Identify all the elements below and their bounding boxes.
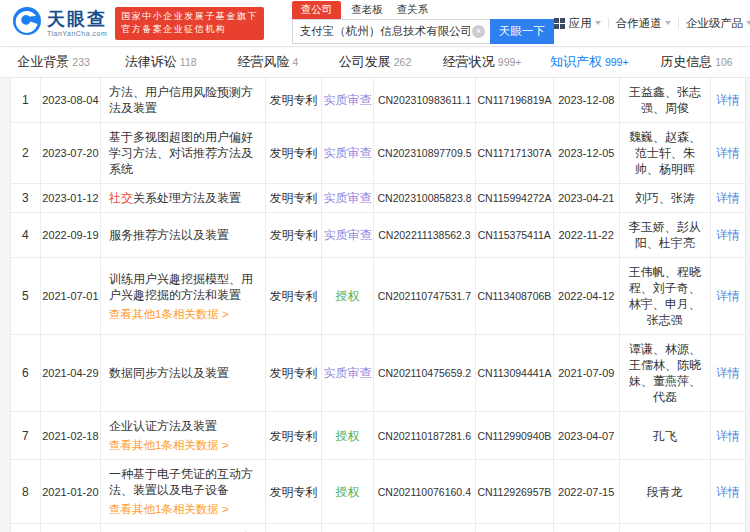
status-text: 实质审查 xyxy=(322,524,374,532)
row-index: 8 xyxy=(11,460,41,523)
nav-tab-count: 999+ xyxy=(605,56,629,68)
table-row: 9 2021-01-20 一种基于电子凭证的互动方法、装置以及电子设备 发明专利… xyxy=(11,524,745,532)
publication-number: CN115375411A xyxy=(476,213,554,257)
row-index: 2 xyxy=(11,123,41,183)
patent-table: 1 2023-08-04 方法、用户信用风险预测方法及装置 发明专利 实质审查 … xyxy=(10,78,746,532)
detail-link[interactable]: 详情 xyxy=(716,288,740,304)
menu-cooperation[interactable]: 合作通道 xyxy=(616,16,671,31)
patent-name-text: 基于多视图超图的用户偏好学习方法、对话推荐方法及系统 xyxy=(109,130,253,176)
nav-tab[interactable]: 知识产权999+ xyxy=(536,53,643,71)
official-credit-badge: 国家中小企业发展子基金旗下 官方备案企业征信机构 xyxy=(115,7,264,40)
patent-name-text: 服务推荐方法以及装置 xyxy=(109,228,229,242)
menu-apps[interactable]: 应用 xyxy=(554,16,601,31)
chevron-down-icon xyxy=(595,21,601,25)
nav-tab[interactable]: 公司发展262 xyxy=(321,53,428,71)
publication-date: 2021-07-09 xyxy=(554,335,620,411)
nav-tab-label: 公司发展 xyxy=(339,54,391,69)
detail-link[interactable]: 详情 xyxy=(716,484,740,500)
nav-tab-count: 106 xyxy=(715,56,733,68)
tianyancha-logo[interactable]: 天眼查 TianYanCha.com xyxy=(12,6,107,40)
nav-tab[interactable]: 经营风险4 xyxy=(214,53,321,71)
publication-date: 2022-11-22 xyxy=(554,213,620,257)
application-date: 2021-01-20 xyxy=(41,524,101,532)
related-data-link[interactable]: 查看其他1条相关数据 > xyxy=(109,437,229,453)
application-number: CN202310983611.1 xyxy=(374,78,476,122)
menu-enterprise-label: 企业级产品 xyxy=(686,16,744,31)
application-date: 2021-01-20 xyxy=(41,460,101,523)
table-row: 3 2023-01-12 社交关系处理方法及装置 发明专利 实质审查 CN202… xyxy=(11,184,745,213)
nav-tab-label: 法律诉讼 xyxy=(125,54,177,69)
nav-tab[interactable]: 企业背景233 xyxy=(0,53,107,71)
search-tab-relation[interactable]: 查关系 xyxy=(397,1,429,19)
status-text: 实质审查 xyxy=(322,184,374,212)
clear-search-icon[interactable]: × xyxy=(472,25,485,38)
patent-name-text: 关系处理方法及装置 xyxy=(133,191,241,205)
publication-date: 2022-04-12 xyxy=(554,258,620,334)
application-date: 2021-02-18 xyxy=(41,412,101,459)
menu-divider xyxy=(608,18,609,29)
row-index: 7 xyxy=(11,412,41,459)
nav-tab[interactable]: 历史信息106 xyxy=(643,53,750,71)
patent-name[interactable]: 服务推荐方法以及装置 xyxy=(109,227,229,243)
related-data-link[interactable]: 查看其他1条相关数据 > xyxy=(109,306,229,322)
patent-type: 发明专利 xyxy=(266,460,322,523)
detail-link[interactable]: 详情 xyxy=(716,145,740,161)
menu-apps-label: 应用 xyxy=(569,16,592,31)
status-text: 授权 xyxy=(322,412,374,459)
application-date: 2023-07-20 xyxy=(41,123,101,183)
patent-name[interactable]: 训练用户兴趣挖掘模型、用户兴趣挖掘的方法和装置 xyxy=(109,271,257,303)
patent-name[interactable]: 数据同步方法以及装置 xyxy=(109,365,229,381)
inventors: 谭谦、林源、王儒林、陈晓妹、董燕萍、代磊 xyxy=(620,335,712,411)
nav-tab[interactable]: 经营状况999+ xyxy=(429,53,536,71)
patent-type: 发明专利 xyxy=(266,184,322,212)
inventors: 李玉娇、彭从阳、杜宇亮 xyxy=(620,213,712,257)
status-text: 实质审查 xyxy=(322,123,374,183)
search-tab-boss[interactable]: 查老板 xyxy=(351,1,383,19)
patent-type: 发明专利 xyxy=(266,78,322,122)
search-button[interactable]: 天眼一下 xyxy=(490,19,554,44)
nav-tab-count: 4 xyxy=(292,56,298,68)
patent-name[interactable]: 一种基于电子凭证的互动方法、装置以及电子设备 xyxy=(109,466,257,498)
apps-grid-icon xyxy=(554,18,565,29)
logo-swirl-icon xyxy=(12,6,42,40)
logo-domain: TianYanCha.com xyxy=(47,30,107,37)
inventors: 王益鑫、张志强、周俊 xyxy=(620,78,712,122)
menu-enterprise-products[interactable]: 企业级产品 xyxy=(686,16,750,31)
search-block: 查公司 查老板 查关系 × 天眼一下 xyxy=(292,0,554,44)
publication-date: 2023-12-08 xyxy=(554,78,620,122)
inventors: 刘巧、张涛 xyxy=(620,184,712,212)
table-row: 6 2021-04-29 数据同步方法以及装置 发明专利 实质审查 CN2021… xyxy=(11,335,745,412)
nav-tab-count: 233 xyxy=(72,56,90,68)
status-text: 授权 xyxy=(322,258,374,334)
nav-tab-label: 历史信息 xyxy=(660,54,712,69)
patent-name[interactable]: 社交关系处理方法及装置 xyxy=(109,190,241,206)
detail-link[interactable]: 详情 xyxy=(716,428,740,444)
publication-date: 2023-04-21 xyxy=(554,184,620,212)
inventors: 魏巍、赵森、范士轩、朱帅、杨明晖 xyxy=(620,123,712,183)
detail-link[interactable]: 详情 xyxy=(716,92,740,108)
inventors: 段青龙 xyxy=(620,460,712,523)
inventors: 孔飞 xyxy=(620,412,712,459)
patent-name[interactable]: 企业认证方法及装置 xyxy=(109,418,217,434)
search-input[interactable] xyxy=(292,19,490,44)
related-data-link[interactable]: 查看其他1条相关数据 > xyxy=(109,501,229,517)
publication-number: CN113094441A xyxy=(476,335,554,411)
application-number: CN202211086093.5 xyxy=(374,524,476,532)
status-text: 实质审查 xyxy=(322,213,374,257)
search-tab-company[interactable]: 查公司 xyxy=(292,1,342,19)
detail-link[interactable]: 详情 xyxy=(716,227,740,243)
search-tabs: 查公司 查老板 查关系 xyxy=(292,2,554,19)
row-index: 9 xyxy=(11,524,41,532)
menu-cooperation-label: 合作通道 xyxy=(616,16,662,31)
patent-name[interactable]: 基于多视图超图的用户偏好学习方法、对话推荐方法及系统 xyxy=(109,129,257,177)
table-row: 5 2021-07-01 训练用户兴趣挖掘模型、用户兴趣挖掘的方法和装置 查看其… xyxy=(11,258,745,335)
patent-name[interactable]: 方法、用户信用风险预测方法及装置 xyxy=(109,84,257,116)
detail-link[interactable]: 详情 xyxy=(716,190,740,206)
application-number: CN202110076160.4 xyxy=(374,460,476,523)
nav-tab[interactable]: 法律诉讼118 xyxy=(107,53,214,71)
detail-link[interactable]: 详情 xyxy=(716,365,740,381)
table-row: 7 2021-02-18 企业认证方法及装置 查看其他1条相关数据 > 发明专利… xyxy=(11,412,745,460)
publication-date: 2022-07-15 xyxy=(554,460,620,523)
status-text: 实质审查 xyxy=(322,78,374,122)
publication-number: CN112990940B xyxy=(476,412,554,459)
